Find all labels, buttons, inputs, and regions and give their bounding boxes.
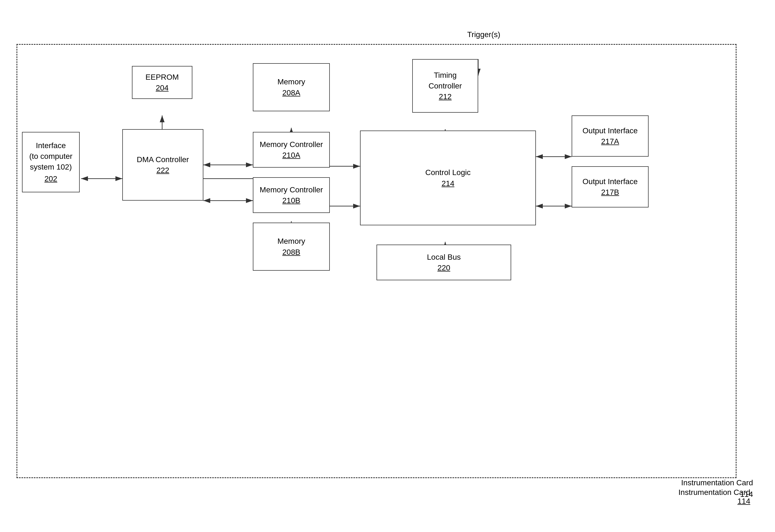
local-bus-number: 220 [438,262,451,273]
output-217a-label: Output Interface [583,125,638,136]
memory-208b-number: 208B [282,247,300,257]
output-217a-block: Output Interface 217A [572,115,649,157]
eeprom-block: EEPROM 204 [132,66,192,99]
mc-210a-number: 210A [282,150,300,160]
mc-210b-block: Memory Controller 210B [253,177,330,213]
local-bus-block: Local Bus 220 [376,244,511,280]
output-217b-number: 217B [601,187,619,197]
output-217b-label: Output Interface [583,176,638,187]
mc-210a-block: Memory Controller 210A [253,132,330,168]
control-logic-block: Control Logic 214 [360,130,536,225]
eeprom-number: 204 [156,82,169,93]
output-217b-block: Output Interface 217B [572,166,649,207]
timing-controller-block: TimingController 212 [412,59,478,113]
memory-208a-number: 208A [282,87,300,98]
eeprom-label: EEPROM [145,72,179,82]
output-217a-number: 217A [601,136,619,147]
interface-block: Interface(to computersystem 102) 202 [22,132,80,192]
control-logic-number: 214 [442,178,455,189]
instrumentation-card-label: Instrumentation Card114 [679,488,750,506]
memory-208b-label: Memory [277,236,305,246]
timing-label: TimingController [429,70,462,91]
mc-210b-label: Memory Controller [260,184,323,195]
mc-210b-number: 210B [282,195,300,206]
local-bus-label: Local Bus [427,252,461,262]
triggers-label: Trigger(s) [467,30,500,39]
timing-number: 212 [439,91,452,102]
dma-label: DMA Controller [137,154,189,165]
memory-208a-block: Memory 208A [253,63,330,111]
control-logic-label: Control Logic [426,167,471,178]
dma-controller-block: DMA Controller 222 [122,129,203,200]
diagram-container: Trigger(s) Instrumentation Card 114 [16,27,759,508]
memory-208a-label: Memory [277,76,305,87]
memory-208b-block: Memory 208B [253,222,330,271]
dma-number: 222 [156,165,169,175]
interface-label: Interface(to computersystem 102) [29,140,72,172]
interface-number: 202 [45,173,57,184]
mc-210a-label: Memory Controller [260,139,323,150]
